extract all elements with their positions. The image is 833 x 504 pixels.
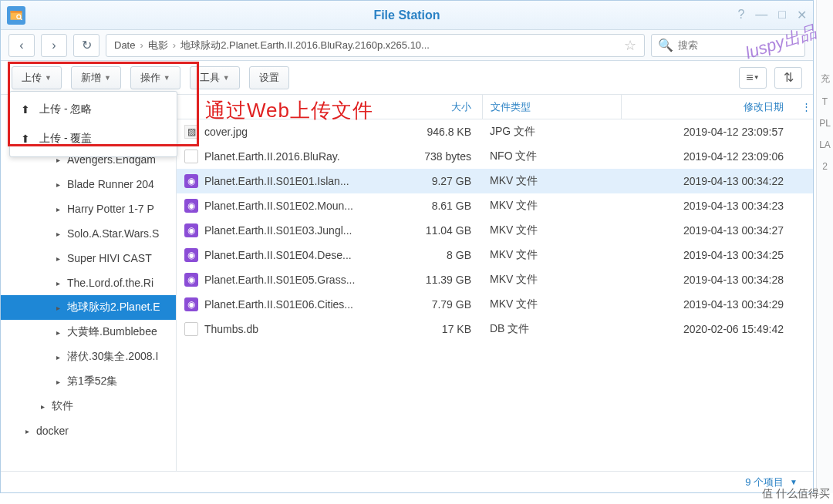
- tree-item[interactable]: ▸docker: [1, 418, 176, 443]
- file-date: 2019-04-13 00:34:25: [621, 243, 799, 267]
- tree-item[interactable]: ▸潜伏.30集全.2008.I: [1, 344, 176, 369]
- file-mkv-icon: ◉: [184, 223, 198, 237]
- file-type: JPG 文件: [482, 119, 621, 143]
- watermark-footer: 值 什么值得买: [762, 487, 830, 501]
- file-name: Planet.Earth.II.2016.BluRay.: [204, 150, 340, 163]
- crumb-0[interactable]: Date: [114, 39, 135, 51]
- file-size: 8 GB: [408, 249, 482, 261]
- table-row[interactable]: ◉Planet.Earth.II.S01E06.Cities...7.79 GB…: [177, 292, 813, 317]
- file-mkv-icon: ◉: [184, 174, 198, 188]
- col-type[interactable]: 文件类型: [482, 95, 621, 119]
- edge-label: T: [817, 96, 833, 107]
- forward-button[interactable]: ›: [41, 34, 67, 57]
- table-header: 大小 文件类型 修改日期 ⋮: [177, 95, 813, 119]
- window-title: File Station: [373, 8, 440, 22]
- edge-label: LA: [817, 139, 833, 150]
- file-size: 8.61 GB: [408, 200, 482, 212]
- file-name: Planet.Earth.II.S01E05.Grass...: [204, 274, 355, 286]
- upload-icon: ⬆: [21, 103, 30, 116]
- file-img-icon: ▨: [184, 125, 198, 139]
- upload-skip-item[interactable]: ⬆ 上传 - 忽略: [10, 95, 177, 124]
- toolbar: 上传▼ 新增▼ 操作▼ 工具▼ 设置 ≡ ▼ ⇅: [1, 61, 813, 95]
- tree-item[interactable]: ▸Super HIVI CAST: [1, 246, 176, 270]
- table-row[interactable]: ◉Planet.Earth.II.S01E03.Jungl...11.04 GB…: [177, 218, 813, 243]
- nav-bar: ‹ › ↻ Date› 电影› 地球脉动2.Planet.Earth.II.20…: [1, 30, 813, 61]
- status-caret-icon[interactable]: ▼: [790, 478, 798, 486]
- tree-item[interactable]: ▸第1季52集: [1, 369, 176, 394]
- file-date: 2019-04-13 00:34:27: [621, 218, 799, 242]
- tree-item[interactable]: ▸Blade Runner 204: [1, 172, 176, 197]
- tree-item[interactable]: ▸软件: [1, 394, 176, 418]
- table-row[interactable]: ◉Planet.Earth.II.S01E01.Islan...9.27 GBM…: [177, 169, 813, 193]
- file-name: Planet.Earth.II.S01E02.Moun...: [204, 200, 353, 212]
- search-box[interactable]: 🔍: [651, 34, 805, 57]
- edge-label: 充: [817, 72, 833, 86]
- file-type: MKV 文件: [482, 218, 621, 242]
- file-date: 2019-04-12 23:09:06: [621, 144, 799, 168]
- search-input[interactable]: [678, 39, 798, 51]
- file-type: DB 文件: [482, 317, 621, 341]
- sort-button[interactable]: ⇅: [774, 67, 802, 89]
- favorite-star-icon[interactable]: ☆: [624, 37, 636, 54]
- status-bar: 9 个项目 ▼: [1, 471, 813, 492]
- close-icon[interactable]: ✕: [797, 8, 807, 22]
- file-date: 2019-04-13 00:34:29: [621, 292, 799, 316]
- columns-more-icon[interactable]: ⋮: [799, 101, 813, 113]
- edge-label: 2: [817, 161, 833, 172]
- file-name: Planet.Earth.II.S01E03.Jungl...: [204, 224, 352, 237]
- tree-item[interactable]: ▸Solo.A.Star.Wars.S: [1, 221, 176, 246]
- tree-item[interactable]: ▸大黄蜂.Bumblebee: [1, 320, 176, 344]
- maximize-icon[interactable]: □: [778, 8, 786, 22]
- upload-overwrite-item[interactable]: ⬆ 上传 - 覆盖: [10, 124, 177, 153]
- app-icon: [7, 6, 25, 25]
- title-bar: File Station ? — □ ✕: [1, 1, 813, 30]
- file-date: 2019-04-13 00:34:23: [621, 193, 799, 217]
- back-button[interactable]: ‹: [8, 34, 35, 57]
- file-name: Planet.Earth.II.S01E01.Islan...: [204, 175, 349, 187]
- file-type: MKV 文件: [482, 267, 621, 291]
- action-button[interactable]: 操作▼: [130, 66, 180, 89]
- view-list-button[interactable]: ≡ ▼: [739, 67, 767, 89]
- file-type: MKV 文件: [482, 169, 621, 193]
- tree-item[interactable]: ▸The.Lord.of.the.Ri: [1, 270, 176, 295]
- file-type: NFO 文件: [482, 144, 621, 168]
- table-row[interactable]: ◉Planet.Earth.II.S01E04.Dese...8 GBMKV 文…: [177, 243, 813, 267]
- search-icon: 🔍: [658, 38, 673, 52]
- file-type: MKV 文件: [482, 193, 621, 217]
- tree-item[interactable]: ▸Harry Potter 1-7 P: [1, 197, 176, 221]
- file-name: Thumbs.db: [204, 323, 258, 335]
- file-panel: 大小 文件类型 修改日期 ⋮ ▨cover.jpg946.8 KBJPG 文件2…: [177, 95, 813, 471]
- tools-button[interactable]: 工具▼: [190, 66, 240, 89]
- table-row[interactable]: ▨cover.jpg946.8 KBJPG 文件2019-04-12 23:09…: [177, 119, 813, 144]
- col-date[interactable]: 修改日期: [621, 95, 799, 119]
- upload-icon: ⬆: [21, 133, 30, 145]
- file-date: 2019-04-13 00:34:22: [621, 169, 799, 193]
- file-file-icon: [184, 322, 198, 336]
- file-mkv-icon: ◉: [184, 199, 198, 213]
- file-size: 11.04 GB: [408, 224, 482, 237]
- minimize-icon[interactable]: —: [755, 8, 767, 22]
- upload-button[interactable]: 上传▼: [12, 66, 62, 89]
- breadcrumb[interactable]: Date› 电影› 地球脉动2.Planet.Earth.II.2016.Blu…: [106, 34, 645, 57]
- file-date: 2019-04-13 00:34:28: [621, 267, 799, 291]
- settings-button[interactable]: 设置: [249, 66, 289, 89]
- file-name: cover.jpg: [204, 126, 248, 138]
- file-type: MKV 文件: [482, 292, 621, 316]
- table-row[interactable]: ◉Planet.Earth.II.S01E05.Grass...11.39 GB…: [177, 267, 813, 292]
- col-size[interactable]: 大小: [408, 100, 482, 114]
- file-size: 7.79 GB: [408, 298, 482, 311]
- file-date: 2020-02-06 15:49:42: [621, 317, 799, 341]
- table-row[interactable]: Planet.Earth.II.2016.BluRay.738 bytesNFO…: [177, 144, 813, 169]
- help-icon[interactable]: ?: [737, 8, 744, 22]
- right-edge-strip: 充TPLLA2: [816, 0, 833, 493]
- table-row[interactable]: ◉Planet.Earth.II.S01E02.Moun...8.61 GBMK…: [177, 193, 813, 218]
- reload-button[interactable]: ↻: [73, 34, 99, 57]
- file-name: Planet.Earth.II.S01E06.Cities...: [204, 298, 353, 311]
- tree-item[interactable]: ▸地球脉动2.Planet.E: [1, 295, 176, 320]
- file-mkv-icon: ◉: [184, 248, 198, 262]
- create-button[interactable]: 新增▼: [71, 66, 121, 89]
- file-file-icon: [184, 150, 198, 163]
- table-row[interactable]: Thumbs.db17 KBDB 文件2020-02-06 15:49:42: [177, 317, 813, 341]
- crumb-1[interactable]: 电影: [148, 39, 168, 52]
- crumb-2[interactable]: 地球脉动2.Planet.Earth.II.2016.BluRay.2160p.…: [180, 39, 430, 52]
